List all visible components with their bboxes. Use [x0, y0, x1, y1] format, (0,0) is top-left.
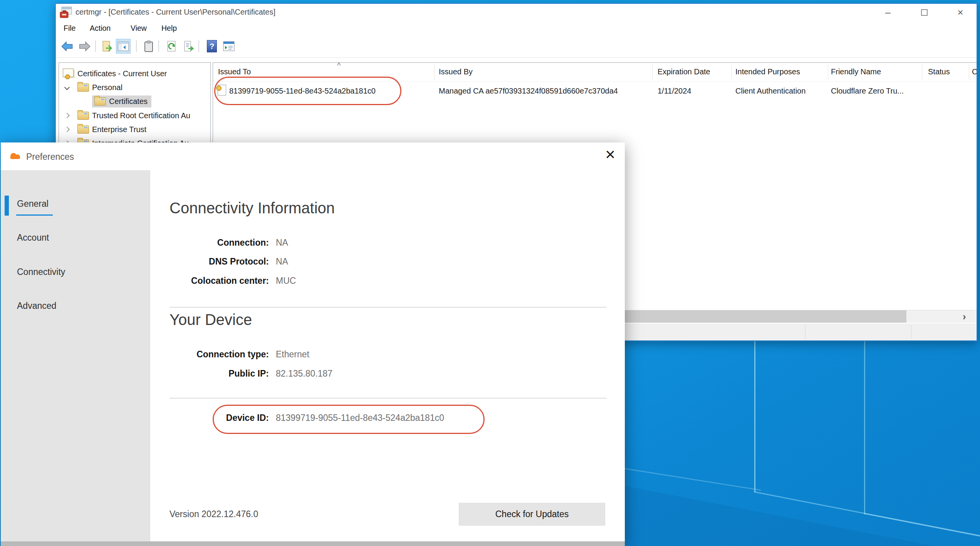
menu-action[interactable]: Action: [87, 23, 113, 33]
minimize-icon: –: [885, 7, 891, 18]
back-icon: [61, 41, 73, 52]
tree-item-certificates[interactable]: Certificates: [59, 94, 210, 108]
section-divider: [169, 307, 607, 308]
section-heading-connectivity: Connectivity Information: [169, 199, 335, 217]
row-value: MUC: [276, 276, 296, 286]
export-list-button[interactable]: [181, 39, 196, 54]
window-title: certmgr - [Certificates - Current User\P…: [76, 8, 275, 17]
info-row-connection: Connection:NA: [169, 238, 555, 248]
back-button[interactable]: [60, 39, 74, 54]
info-row-connection-type: Connection type:Ethernet: [169, 349, 555, 360]
tree-item-label: Certificates: [109, 97, 148, 106]
clipboard-icon: [144, 40, 154, 52]
refresh-button[interactable]: [164, 39, 179, 54]
toolbar-separator: [198, 40, 199, 52]
info-row-dns-protocol: DNS Protocol:NA: [169, 256, 555, 267]
chevron-down-icon[interactable]: [64, 85, 70, 90]
help-icon: ?: [207, 40, 217, 52]
folder-icon: [77, 112, 89, 120]
tree-item-root[interactable]: Certificates - Current User: [59, 67, 210, 80]
wallpaper-beam-diagonal-2: [864, 513, 980, 538]
annotation-ellipse-device-id: [213, 405, 485, 434]
wallpaper-beam-vertical-1: [754, 341, 755, 492]
selected-tab-underline: [16, 214, 53, 216]
preferences-sidebar: [1, 170, 150, 546]
folder-icon: [94, 97, 106, 106]
console-tree-toggle-icon: [117, 41, 129, 51]
column-separator[interactable]: [732, 64, 732, 80]
info-row-public-ip: Public IP:82.135.80.187: [169, 368, 555, 379]
column-header-intended-purposes[interactable]: Intended Purposes: [735, 67, 800, 76]
wallpaper-beam-diagonal-3: [616, 467, 761, 491]
certmgr-app-icon: [59, 6, 73, 21]
minimize-button[interactable]: –: [876, 4, 900, 21]
row-cell-issued-by[interactable]: Managed CA ae57f03931324f08591d660e7c370…: [439, 87, 618, 95]
maximize-button[interactable]: [912, 4, 936, 21]
column-header-expiration-date[interactable]: Expiration Date: [658, 67, 710, 76]
selected-tab-indicator: [5, 196, 9, 216]
tree-item-label: Trusted Root Certification Au: [92, 111, 190, 120]
cloudflare-logo-icon: [7, 151, 23, 162]
console-tree-toggle-button[interactable]: [116, 39, 131, 54]
maximize-icon: [921, 9, 928, 16]
tree-item-label: Enterprise Trust: [92, 125, 146, 134]
preferences-dialog: Preferences × General Account Connectivi…: [1, 142, 625, 546]
certmgr-titlebar[interactable]: certmgr - [Certificates - Current User\P…: [56, 4, 977, 21]
version-text: Version 2022.12.476.0: [169, 509, 258, 519]
section-heading-your-device: Your Device: [169, 311, 252, 328]
tab-account[interactable]: Account: [17, 233, 49, 243]
help-button[interactable]: ?: [205, 39, 219, 54]
tree-item-personal[interactable]: Personal: [59, 80, 210, 94]
menu-view[interactable]: View: [128, 23, 149, 33]
console-window-button[interactable]: [222, 39, 236, 54]
column-header-issued-by[interactable]: Issued By: [439, 67, 473, 76]
column-header-friendly-name[interactable]: Friendly Name: [831, 67, 881, 76]
wallpaper-beam-vertical-2: [864, 341, 865, 514]
column-header-issued-to[interactable]: Issued To: [218, 67, 251, 76]
chevron-right-icon[interactable]: [64, 113, 70, 118]
row-label: DNS Protocol:: [169, 256, 269, 267]
dialog-close-button[interactable]: ×: [599, 143, 622, 166]
column-separator[interactable]: [922, 64, 922, 80]
statusbar-separator: [911, 325, 911, 339]
column-separator[interactable]: [828, 64, 828, 80]
close-icon: ×: [605, 146, 615, 163]
tab-connectivity[interactable]: Connectivity: [17, 267, 65, 277]
chevron-right-icon[interactable]: [64, 127, 70, 132]
tab-general[interactable]: General: [17, 199, 49, 209]
row-cell-expiration-date[interactable]: 1/11/2024: [658, 87, 691, 95]
row-cell-intended-purposes[interactable]: Client Authentication: [735, 87, 805, 95]
column-separator[interactable]: [652, 64, 653, 80]
menu-help[interactable]: Help: [159, 23, 179, 33]
tab-advanced[interactable]: Advanced: [17, 301, 56, 311]
column-separator[interactable]: [434, 64, 435, 80]
close-icon: ×: [957, 7, 963, 18]
tree-item-label: Personal: [92, 83, 123, 92]
folder-icon: [77, 84, 89, 92]
folder-icon: [77, 126, 89, 134]
info-row-colocation-center: Colocation center:MUC: [169, 276, 555, 286]
check-for-updates-button[interactable]: Check for Updates: [459, 503, 605, 526]
column-separator[interactable]: [969, 64, 969, 80]
properties-button[interactable]: [141, 39, 156, 54]
check-for-updates-label: Check for Updates: [495, 509, 569, 519]
dialog-bottom-edge: [1, 541, 625, 546]
wallpaper-beam-diagonal-1: [754, 491, 980, 538]
row-value: NA: [276, 256, 288, 266]
row-cell-friendly-name[interactable]: Cloudflare Zero Tru...: [831, 87, 904, 95]
menu-file[interactable]: File: [61, 23, 78, 33]
toolbar-separator: [136, 40, 137, 52]
column-header-status[interactable]: Status: [928, 67, 950, 76]
scroll-right-icon[interactable]: ›: [963, 311, 966, 323]
tree-item-enterprise-trust[interactable]: Enterprise Trust: [59, 122, 210, 136]
selected-highlight: Certificates: [92, 95, 151, 107]
statusbar-separator: [805, 325, 805, 339]
column-header-certificate[interactable]: Ce: [972, 67, 977, 76]
annotation-ellipse-issued-to: [214, 77, 401, 105]
close-button[interactable]: ×: [948, 4, 973, 21]
export-certificate-button[interactable]: [100, 39, 114, 54]
tree-item-trusted-root[interactable]: Trusted Root Certification Au: [59, 109, 210, 122]
forward-button[interactable]: [77, 39, 92, 54]
toolbar: ?: [56, 35, 977, 58]
section-divider: [169, 398, 607, 399]
